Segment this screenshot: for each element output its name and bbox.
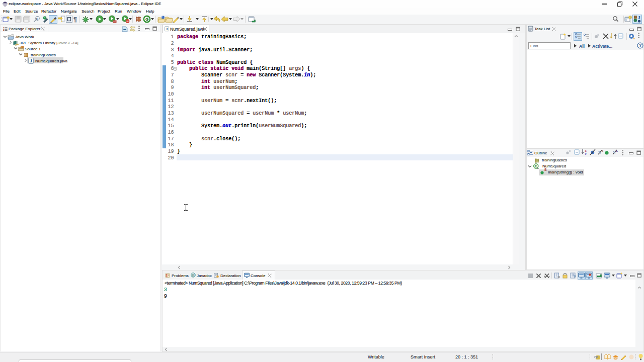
svg-text:G: G <box>145 17 148 22</box>
svg-text:J: J <box>638 15 640 20</box>
svg-text:?: ? <box>639 43 641 48</box>
svg-text:z: z <box>585 152 587 155</box>
svg-text:J: J <box>166 27 168 31</box>
svg-text:s: s <box>602 149 603 152</box>
svg-text:a: a <box>585 149 587 152</box>
svg-text:C: C <box>535 164 537 168</box>
svg-text:L: L <box>616 149 618 152</box>
svg-text:@: @ <box>192 273 195 277</box>
